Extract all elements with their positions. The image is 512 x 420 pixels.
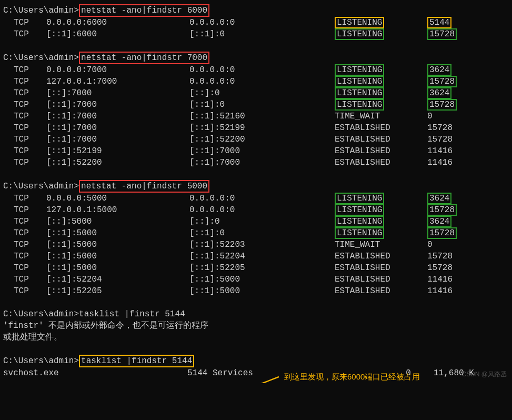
netstat-remote: [::1]:7000 [189, 157, 335, 168]
netstat-state: LISTENING [335, 64, 427, 76]
netstat-proto: TCP [3, 28, 46, 40]
prompt-line[interactable]: C:\Users\admin>netstat -ano|findstr 5000 [3, 180, 509, 193]
netstat-state: LISTENING [335, 87, 427, 99]
netstat-state: ESTABLISHED [335, 251, 427, 262]
netstat-remote: [::1]:5000 [189, 274, 335, 285]
netstat-state: LISTENING [335, 99, 427, 111]
highlight-green: 15728 [427, 99, 457, 111]
netstat-row: TCP0.0.0.0:50000.0.0.0:0LISTENING3624 [3, 193, 509, 204]
netstat-remote: 0.0.0.0:0 [189, 17, 335, 28]
netstat-remote: [::1]:52205 [189, 262, 335, 274]
netstat-pid: 3624 [427, 87, 451, 99]
netstat-state: TIME_WAIT [335, 239, 427, 251]
netstat-pid: 15728 [427, 122, 453, 134]
netstat-state: ESTABLISHED [335, 262, 427, 274]
netstat-remote: [::1]:52160 [189, 111, 335, 122]
prompt-line[interactable]: C:\Users\admin>netstat -ano|findstr 7000 [3, 52, 509, 64]
netstat-proto: TCP [3, 251, 46, 262]
netstat-remote: [::1]:5000 [189, 285, 335, 297]
netstat-local: [::1]:7000 [46, 111, 189, 122]
netstat-row: TCP127.0.0.1:70000.0.0.0:0LISTENING15728 [3, 76, 509, 87]
highlight-yellow: 5144 [427, 17, 451, 28]
netstat-proto: TCP [3, 76, 46, 87]
netstat-proto: TCP [3, 262, 46, 274]
netstat-row: TCP[::1]:6000[::1]:0LISTENING15728 [3, 28, 509, 40]
netstat-proto: TCP [3, 227, 46, 239]
netstat-proto: TCP [3, 157, 46, 168]
prompt: C:\Users\admin> [3, 309, 79, 319]
tasklist-name: svchost.exe [3, 367, 187, 379]
prompt-line[interactable]: C:\Users\admin>tasklist |findstr 5144 [3, 355, 509, 367]
netstat-proto: TCP [3, 99, 46, 111]
command-text: netstat -ano|findstr 6000 [79, 6, 209, 15]
command-box: netstat -ano|findstr 6000 [79, 4, 209, 17]
prompt-line[interactable]: C:\Users\admin>tasklist |finstr 5144 [3, 308, 509, 320]
netstat-remote: 0.0.0.0:0 [189, 193, 335, 204]
highlight-green: LISTENING [335, 76, 384, 87]
command-box: tasklist |findstr 5144 [79, 355, 194, 367]
highlight-green: LISTENING [335, 87, 384, 99]
terminal-output[interactable]: C:\Users\admin>netstat -ano|findstr 6000… [3, 4, 509, 379]
netstat-proto: TCP [3, 64, 46, 76]
netstat-pid: 15728 [427, 76, 457, 87]
error-line: 或批处理文件。 [3, 332, 509, 343]
tasklist-pid: 5144 [187, 368, 213, 378]
netstat-state: ESTABLISHED [335, 134, 427, 145]
netstat-local: [::1]:6000 [46, 28, 189, 40]
netstat-local: 0.0.0.0:6000 [46, 17, 189, 28]
netstat-proto: TCP [3, 193, 46, 204]
netstat-row: TCP[::1]:52200[::1]:7000ESTABLISHED11416 [3, 157, 509, 168]
netstat-local: 0.0.0.0:7000 [46, 64, 189, 76]
netstat-local: [::1]:7000 [46, 99, 189, 111]
netstat-remote: [::1]:52199 [189, 122, 335, 134]
highlight-green: 15728 [427, 28, 457, 40]
netstat-state: LISTENING [335, 28, 427, 40]
netstat-pid: 3624 [427, 216, 451, 227]
netstat-pid: 11416 [427, 145, 453, 157]
netstat-local: [::1]:7000 [46, 122, 189, 134]
svg-line-0 [246, 377, 279, 383]
highlight-green: LISTENING [335, 99, 384, 111]
blank-line [3, 168, 509, 180]
netstat-local: [::1]:52204 [46, 274, 189, 285]
netstat-remote: [::1]:52203 [189, 239, 335, 251]
netstat-state: ESTABLISHED [335, 157, 427, 168]
highlight-green: 15728 [427, 204, 457, 216]
blank-line [3, 297, 509, 308]
highlight-green: LISTENING [335, 227, 384, 239]
netstat-proto: TCP [3, 17, 46, 28]
error-line: 'finstr' 不是内部或外部命令，也不是可运行的程序 [3, 320, 509, 332]
netstat-row: TCP[::1]:52199[::1]:7000ESTABLISHED11416 [3, 145, 509, 157]
highlight-green: 3624 [427, 216, 451, 227]
command-box: netstat -ano|findstr 5000 [79, 180, 209, 193]
netstat-state: ESTABLISHED [335, 145, 427, 157]
netstat-local: [::]:7000 [46, 87, 189, 99]
highlight-green: LISTENING [335, 193, 384, 204]
annotation-line1: 到这里发现，原来6000端口已经被占用了！ [284, 372, 420, 383]
highlight-green: 15728 [427, 76, 457, 87]
prompt-line[interactable]: C:\Users\admin>netstat -ano|findstr 6000 [3, 4, 509, 17]
netstat-row: TCP[::1]:5000[::1]:52205ESTABLISHED15728 [3, 262, 509, 274]
highlight-green: 3624 [427, 87, 451, 99]
netstat-local: [::1]:7000 [46, 134, 189, 145]
netstat-remote: [::1]:0 [189, 99, 335, 111]
netstat-remote: [::1]:7000 [189, 145, 335, 157]
netstat-pid: 3624 [427, 64, 451, 76]
netstat-local: [::1]:5000 [46, 227, 189, 239]
netstat-local: 0.0.0.0:5000 [46, 193, 189, 204]
prompt: C:\Users\admin> [3, 53, 79, 63]
netstat-local: [::1]:52205 [46, 285, 189, 297]
arrow-icon [242, 376, 279, 383]
netstat-local: [::1]:52200 [46, 157, 189, 168]
prompt: C:\Users\admin> [3, 6, 79, 15]
netstat-proto: TCP [3, 274, 46, 285]
netstat-state: LISTENING [335, 216, 427, 227]
watermark: CSDN @风路丞 [461, 368, 507, 380]
netstat-proto: TCP [3, 134, 46, 145]
netstat-pid: 0 [427, 239, 433, 251]
netstat-row: TCP127.0.0.1:50000.0.0.0:0LISTENING15728 [3, 204, 509, 216]
netstat-row: TCP[::1]:5000[::1]:0LISTENING15728 [3, 227, 509, 239]
netstat-local: [::1]:52199 [46, 145, 189, 157]
netstat-row: TCP[::1]:5000[::1]:52203TIME_WAIT0 [3, 239, 509, 251]
netstat-state: LISTENING [335, 204, 427, 216]
